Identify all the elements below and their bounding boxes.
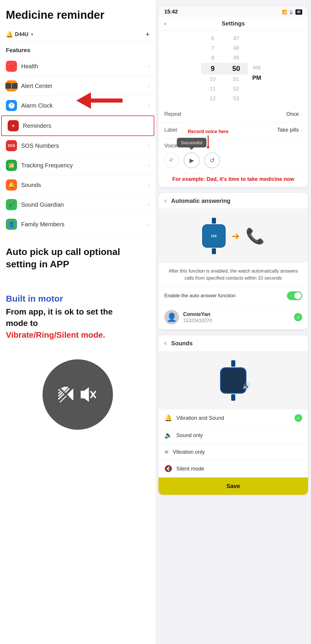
sidebar-item-health[interactable]: ❤️ Health ›: [0, 57, 156, 76]
toggle-row[interactable]: Enable the auto answer function: [158, 287, 308, 305]
health-label: Health: [21, 63, 148, 70]
label-value: Take pills: [277, 127, 299, 133]
chevron-right-icon: ›: [148, 182, 150, 188]
chevron-right-icon: ›: [148, 83, 150, 89]
chevron-right-icon: ›: [301, 112, 302, 117]
arrow-tip: [207, 147, 209, 149]
repeat-value: Once: [286, 111, 299, 117]
family-icon: 👤: [6, 219, 17, 230]
signal-icon: 📶: [282, 10, 287, 14]
menu-list: ❤️ Health › ⬛⬛ Alert Center › 🕐 Alarm Cl…: [0, 57, 156, 234]
vibration-sound-icon: 🔔: [164, 414, 172, 422]
min-48: 48: [224, 43, 248, 53]
hour-6: 6: [201, 34, 224, 43]
vibrate-waves-icon: [57, 386, 75, 403]
alert-icon: ⬛⬛: [6, 80, 17, 91]
arrow-head: [76, 92, 91, 109]
sound-guardian-label: Sound Guardian: [21, 201, 148, 208]
alert-label: Alert Center: [21, 83, 148, 89]
watch-screen-text: 10S: [211, 234, 217, 238]
hours-column: 6 7 8 9 10 11 12: [201, 34, 224, 103]
sidebar-item-reminders[interactable]: + Reminders: [1, 115, 154, 136]
watch-sound-body: 🔊: [220, 367, 246, 394]
min-47: 47: [224, 34, 248, 43]
chevron-down-icon: ▼: [30, 32, 34, 37]
sidebar-item-family[interactable]: 👤 Family Members ›: [0, 215, 156, 234]
tracking-label: Tracking Frequency: [21, 162, 148, 169]
tracking-icon: 📶: [6, 160, 17, 171]
example-text: For example: Dad, it's time to take medi…: [158, 173, 308, 187]
chevron-right-icon: ›: [148, 163, 150, 168]
sidebar-item-sounds[interactable]: 🔔 Sounds ›: [0, 175, 156, 195]
svg-marker-10: [81, 387, 89, 402]
record-annotation-text: Record voice here: [188, 129, 229, 134]
left-panel: Medicine reminder 🔔 D44U ▼ + Features ❤️…: [0, 0, 156, 644]
motor-desc: From app, it is ok to set the mode to Vi…: [6, 306, 150, 341]
tooltip: Successful: [177, 138, 207, 147]
vibration-only-label: Vibration only: [173, 449, 302, 455]
watch-container: 10S: [202, 218, 226, 254]
repeat-row[interactable]: Repeat Once ›: [158, 106, 308, 122]
minutes-column: 47 48 49 50 51 52 53: [224, 34, 248, 103]
toggle-switch[interactable]: [287, 291, 302, 300]
app-device[interactable]: 🔔 D44U ▼: [6, 31, 34, 38]
arrow-annotation: [76, 92, 123, 109]
sidebar-item-sos[interactable]: SOS SOS Numbers ›: [0, 136, 156, 156]
family-label: Family Members: [21, 221, 148, 228]
vibration-sound-check: ✓: [295, 414, 302, 422]
time-picker[interactable]: 6 7 8 9 10 11 12 47 48 49 50 51 52 53: [158, 31, 308, 106]
device-name: D44U: [15, 31, 28, 38]
contact-avatar: 👤: [164, 310, 179, 324]
sounds-icon: 🔔: [6, 179, 17, 191]
watch-sound-container: 🔊: [220, 360, 246, 401]
settings-title: Settings: [222, 20, 245, 27]
sound-option-silent-mode[interactable]: 🔇 Silent mode: [158, 460, 308, 478]
contact-name: ConnieYan: [183, 311, 294, 317]
replay-button[interactable]: ↺: [204, 152, 220, 168]
save-button[interactable]: Save: [158, 478, 308, 495]
back-button[interactable]: ‹: [164, 197, 166, 205]
label-row[interactable]: Label Take pills ›: [158, 122, 308, 138]
motor-modes: Vibrate/Ring/Silent mode.: [6, 330, 105, 339]
sounds-screen: ‹ Sounds 🔊 🔔 Vibration and Sound ✓ 🔉: [158, 335, 308, 495]
back-button[interactable]: ‹: [164, 20, 166, 28]
auto-answer-desc: After this function is enabled, the watc…: [158, 263, 308, 287]
min-52: 52: [224, 84, 248, 94]
sound-option-vibration-sound[interactable]: 🔔 Vibration and Sound ✓: [158, 409, 308, 427]
repeat-value-container: Once ›: [286, 111, 302, 117]
auto-pickup-title: Auto pick up call optional setting in AP…: [6, 246, 150, 270]
sos-icon: SOS: [6, 140, 17, 151]
contact-phone: 15323410270: [183, 318, 294, 323]
page-title: Medicine reminder: [0, 0, 156, 27]
auto-pickup-section: Auto pick up call optional setting in AP…: [0, 234, 156, 285]
vibrate-circle-icon: [43, 359, 113, 430]
sidebar-item-tracking[interactable]: 📶 Tracking Frequency ›: [0, 156, 156, 175]
bell-icon: 🔔: [6, 31, 13, 38]
chevron-right-icon: ›: [148, 222, 150, 227]
min-50-selected: 50: [224, 63, 248, 74]
sound-option-vibration-only[interactable]: ≋ Vibration only: [158, 444, 308, 460]
am-option: AM: [253, 63, 261, 73]
sounds-label: Sounds: [21, 182, 148, 188]
sounds-nav: ‹ Sounds: [158, 335, 308, 351]
pm-option-selected: PM: [252, 73, 261, 83]
ampm-column: AM PM: [248, 34, 266, 103]
sound-option-sound-only[interactable]: 🔉 Sound only: [158, 427, 308, 444]
hour-12: 12: [201, 94, 224, 103]
red-arrow: [76, 92, 123, 109]
voice-duration: 4'': [164, 153, 179, 168]
add-icon[interactable]: +: [146, 30, 150, 38]
hour-7: 7: [201, 43, 224, 53]
play-button-container: Successful ▶: [184, 152, 200, 168]
silent-mode-icon: 🔇: [164, 465, 172, 473]
toggle-label: Enable the auto answer function: [164, 293, 236, 299]
hour-10: 10: [201, 74, 224, 84]
vibration-only-icon: ≋: [164, 449, 169, 455]
back-button[interactable]: ‹: [164, 339, 166, 347]
reminders-icon: +: [8, 120, 19, 131]
play-button[interactable]: ▶: [184, 152, 200, 168]
sidebar-item-sound-guardian[interactable]: ✔️ Sound Guardian ›: [0, 195, 156, 215]
watch-band-bottom: [212, 248, 216, 254]
vibrate-icons: [57, 384, 98, 405]
watch-sound-band-bottom: [231, 394, 235, 401]
